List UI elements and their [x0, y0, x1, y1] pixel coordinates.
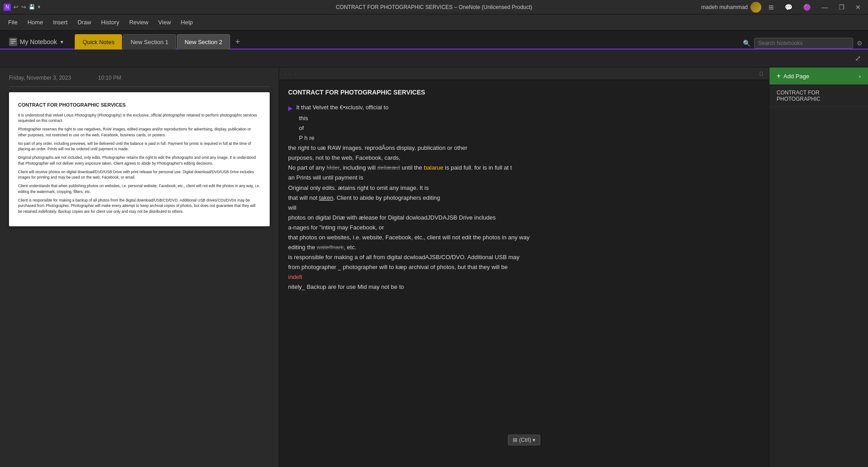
editor-line-8: Original only edits. ætains right to omi…	[288, 183, 760, 193]
menu-draw[interactable]: Draw	[73, 17, 95, 27]
notebook-title[interactable]: My Notebook ▼	[4, 35, 69, 49]
note-meta: Friday, November 3, 2023 10:10 PM	[9, 75, 270, 87]
editor-line-16: from photographer _ photographer will to…	[288, 262, 760, 272]
avatar[interactable]	[750, 2, 761, 13]
editor-content[interactable]: CONTRACT FOR PHOTOGRAPHIC SERVICES ▶ It …	[279, 80, 769, 300]
profile-name: madeh muhammad	[701, 4, 748, 10]
tab-section2[interactable]: New Section 2	[177, 34, 230, 49]
profile-area: madeh muhammad	[701, 2, 761, 13]
titlebar-right: madeh muhammad ⊞ 💬 🟣 — ❐ ✕	[701, 2, 864, 13]
ctrl-popup-label[interactable]: (Ctrl) ▾	[519, 437, 535, 443]
editor-line-2: of	[299, 123, 760, 133]
redo-btn[interactable]: ↪	[21, 4, 26, 10]
ctrl-popup[interactable]: ⊞ (Ctrl) ▾	[508, 435, 540, 445]
tab-add[interactable]: +	[231, 34, 245, 49]
add-page-label: Add Page	[783, 73, 809, 80]
note-paper-para-2: No part of any order, including previews…	[18, 141, 261, 153]
search-icon: 🔍	[743, 40, 750, 47]
underline-taken: taken	[319, 194, 334, 201]
svg-rect-1	[10, 39, 16, 40]
titlebar: N ↩ ↪ 💾 ▾ CONTRACT FOR PHOTOGRAPHIC SERV…	[0, 0, 868, 14]
editor-line-5: purposes, not to the web, Facebook, card…	[288, 153, 760, 163]
highlight-balarue: balarue	[424, 164, 443, 171]
menubar: File Home Insert Draw History Review Vie…	[0, 14, 868, 31]
note-paper-title: CONTRACT FOR PHOTOGRAPHIC SERVICES	[18, 101, 261, 109]
strikethrough-delixxed: deliææd	[377, 164, 400, 171]
editor-line-9: that will not taken. Client to abide by …	[288, 193, 760, 203]
editor-line-7: an Prints will until payment is	[288, 173, 760, 183]
ribbon-btn[interactable]: 🟣	[800, 3, 814, 12]
right-sidebar: + Add Page › CONTRACT FOR PHOTOGRAPHIC	[769, 67, 868, 467]
note-time: 10:10 PM	[98, 75, 121, 83]
menu-file[interactable]: File	[4, 17, 22, 27]
note-paper-para-6: Client is responsible for making a backu…	[18, 198, 261, 215]
tab-section1[interactable]: New Section 1	[123, 34, 176, 49]
notebook-icon	[9, 38, 17, 46]
search-settings-icon[interactable]: ⚙	[857, 40, 863, 47]
save-btn[interactable]: 💾	[29, 4, 35, 10]
menu-help[interactable]: Help	[176, 17, 198, 27]
window-title: CONTRACT FOR PHOTOGRAPHIC SERVICES – One…	[336, 4, 532, 10]
editor-line-0: ▶ It that Velvet the €•xclusiv, official…	[288, 103, 760, 113]
editor-line-1: this	[299, 113, 760, 123]
editor-line-6: No part of any Mder, including will deli…	[288, 163, 760, 173]
more-btn[interactable]: ▾	[38, 4, 41, 10]
add-page-button[interactable]: + Add Page ›	[769, 67, 868, 85]
note-paper-para-4: Client will receive photos on digital do…	[18, 169, 261, 181]
search-input[interactable]	[754, 38, 853, 49]
toolbar-strip: ⤢	[0, 49, 868, 67]
bullet-arrow-icon: ▶	[288, 103, 293, 113]
strikethrough-wateffnark: wateffnark	[317, 244, 344, 251]
editor-line-12: a-nages for "inting may Facebook, or	[288, 223, 760, 233]
restore-button[interactable]: ❐	[835, 3, 848, 12]
svg-rect-2	[10, 41, 16, 42]
svg-rect-3	[10, 43, 14, 44]
search-area: 🔍 ⚙	[737, 38, 868, 49]
comments-btn[interactable]: 💬	[781, 3, 796, 12]
editor-line-10: will	[288, 203, 760, 213]
menu-view[interactable]: View	[154, 17, 176, 27]
editor-line-17: indefi	[288, 272, 760, 282]
main-area: Friday, November 3, 2023 10:10 PM CONTRA…	[0, 67, 868, 467]
notebook-chevron[interactable]: ▼	[59, 40, 64, 45]
undo-btn[interactable]: ↩	[14, 4, 18, 10]
strikethrough-mder: Mder	[326, 164, 339, 171]
add-page-arrow: ›	[859, 73, 861, 80]
tab-view-btn[interactable]: ⊞	[765, 3, 778, 12]
note-date: Friday, November 3, 2023	[9, 75, 71, 81]
editor-line-4: the right to uæ RAW images. reprodÃons d…	[288, 143, 760, 153]
menu-insert[interactable]: Insert	[49, 17, 72, 27]
add-page-plus-icon: +	[777, 72, 781, 80]
expand-icon[interactable]: ⤢	[855, 54, 861, 63]
editor-line-18: nitely_ Backup are for use Mid may not b…	[288, 282, 760, 292]
note-paper-para-1: Photographer reserves the right to use n…	[18, 126, 261, 138]
editor-line-15: is responsible for making a of all from …	[288, 252, 760, 262]
left-panel: Friday, November 3, 2023 10:10 PM CONTRA…	[0, 67, 279, 467]
editor-line-14: editing the wateffnark, etc.	[288, 242, 760, 252]
editor-line-11: photos on digital Driæ with ælease for D…	[288, 213, 760, 223]
editor-line-3: P h re	[299, 133, 760, 143]
editor-collapse-icon[interactable]: ⟨⟩	[759, 71, 764, 77]
minimize-button[interactable]: —	[818, 3, 832, 12]
tabbar: My Notebook ▼ Quick Notes New Section 1 …	[0, 31, 868, 49]
tab-quick-notes[interactable]: Quick Notes	[75, 34, 122, 49]
center-panel[interactable]: · · · ⟨⟩ CONTRACT FOR PHOTOGRAPHIC SERVI…	[279, 67, 769, 467]
ctrl-popup-icon: ⊞	[513, 437, 517, 443]
menu-home[interactable]: Home	[23, 17, 48, 27]
notebook-name: My Notebook	[20, 38, 57, 45]
sidebar-page-item[interactable]: CONTRACT FOR PHOTOGRAPHIC	[769, 85, 868, 107]
editor-line-13: that photos on websites, i.e. website, F…	[288, 233, 760, 242]
app-icon: N	[4, 4, 11, 11]
close-button[interactable]: ✕	[852, 3, 864, 12]
editor-drag-handle: · · ·	[285, 71, 297, 77]
note-paper-para-5: Client understands that when publishing …	[18, 183, 261, 195]
menu-review[interactable]: Review	[125, 17, 153, 27]
note-paper[interactable]: CONTRACT FOR PHOTOGRAPHIC SERVICES It is…	[9, 92, 270, 226]
editor-header: · · · ⟨⟩	[279, 67, 769, 80]
titlebar-left: N ↩ ↪ 💾 ▾	[4, 4, 41, 11]
editor-title: CONTRACT FOR PHOTOGRAPHIC SERVICES	[288, 87, 760, 98]
menu-history[interactable]: History	[97, 17, 124, 27]
note-paper-para-3: Original photographs are not included, o…	[18, 155, 261, 166]
note-paper-para-0: It is understood that Velvet Lotus Photo…	[18, 112, 261, 124]
